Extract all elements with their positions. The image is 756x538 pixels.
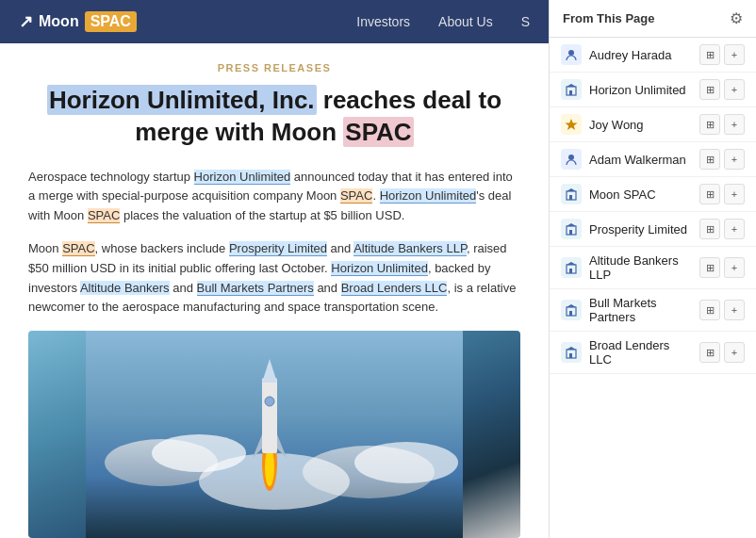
altitude-bankers-add-btn[interactable]: + (724, 257, 745, 278)
altitude-bankers-actions: ⊞ + (699, 257, 745, 278)
article-body-2: Moon SPAC, whose backers include Prosper… (28, 239, 520, 318)
moon-spac-actions: ⊞ + (699, 184, 745, 204)
grid-icon: ⊞ (706, 188, 715, 201)
entity-altitude[interactable]: Altitude Bankers LLP (353, 241, 467, 256)
nav-about[interactable]: About Us (438, 14, 493, 29)
plus-icon: + (731, 154, 737, 165)
joy-wong-grid-btn[interactable]: ⊞ (699, 114, 720, 135)
sidebar-item-moon-spac[interactable]: Moon SPAC ⊞ + (550, 177, 756, 212)
audrey-harada-add-btn[interactable]: + (724, 44, 745, 65)
logo-spac-text: SPAC (85, 11, 137, 32)
moon-spac-add-btn[interactable]: + (724, 184, 745, 204)
bull-markets-actions: ⊞ + (699, 300, 745, 320)
joy-wong-label: Joy Wong (589, 118, 692, 132)
horizon-unlimited-add-btn[interactable]: + (724, 79, 745, 100)
prosperity-limited-grid-btn[interactable]: ⊞ (699, 219, 720, 239)
broad-lenders-icon (561, 342, 582, 363)
adam-walkerman-label: Adam Walkerman (589, 153, 692, 167)
entity-altitude-2[interactable]: Altitude Bankers (80, 281, 170, 295)
entity-bull-markets[interactable]: Bull Markets Partners (197, 281, 314, 296)
svg-marker-21 (567, 188, 576, 191)
svg-rect-8 (262, 378, 277, 453)
sidebar-item-horizon-unlimited[interactable]: Horizon Unlimited ⊞ + (550, 73, 756, 107)
svg-marker-16 (567, 84, 576, 87)
svg-marker-17 (566, 119, 578, 130)
bull-markets-add-btn[interactable]: + (724, 300, 745, 320)
audrey-harada-label: Audrey Harada (589, 48, 692, 62)
moon-spac-grid-btn[interactable]: ⊞ (699, 184, 720, 204)
grid-icon: ⊞ (706, 347, 715, 359)
plus-icon: + (731, 49, 737, 60)
altitude-bankers-grid-btn[interactable]: ⊞ (699, 257, 720, 278)
horizon-unlimited-grid-btn[interactable]: ⊞ (699, 79, 720, 100)
joy-wong-add-btn[interactable]: + (724, 114, 745, 135)
entity-horizon-1[interactable]: Horizon Unlimited (194, 170, 291, 185)
article-area: PRESS RELEASES Horizon Unlimited, Inc. r… (0, 43, 549, 538)
entity-broad-lenders[interactable]: Broad Lenders LLC (341, 281, 448, 296)
grid-icon: ⊞ (706, 262, 715, 274)
horizon-unlimited-label: Horizon Unlimited (589, 83, 692, 97)
broad-lenders-label: Broad Lenders LLC (589, 338, 692, 367)
plus-icon: + (731, 119, 737, 130)
navbar: ↗ Moon SPAC Investors About Us S (0, 0, 549, 43)
broad-lenders-actions: ⊞ + (699, 342, 745, 363)
svg-point-18 (568, 155, 574, 160)
bull-markets-label: Bull Markets Partners (589, 296, 692, 324)
entity-horizon-3[interactable]: Horizon Unlimited (331, 261, 428, 276)
audrey-harada-actions: ⊞ + (699, 44, 745, 65)
sidebar-item-audrey-harada[interactable]: Audrey Harada ⊞ + (550, 38, 756, 73)
altitude-bankers-icon (561, 257, 582, 278)
nav-investors[interactable]: Investors (356, 14, 410, 29)
prosperity-limited-add-btn[interactable]: + (724, 219, 745, 239)
sidebar-item-broad-lenders[interactable]: Broad Lenders LLC ⊞ + (550, 332, 756, 374)
broad-lenders-grid-btn[interactable]: ⊞ (699, 342, 720, 363)
logo-moon-text: Moon (39, 13, 79, 30)
sidebar-item-altitude-bankers[interactable]: Altitude Bankers LLP ⊞ + (550, 247, 756, 289)
svg-marker-33 (567, 347, 576, 350)
horizon-unlimited-actions: ⊞ + (699, 79, 745, 100)
prosperity-limited-actions: ⊞ + (699, 219, 745, 239)
svg-point-12 (265, 397, 274, 406)
svg-rect-32 (569, 353, 572, 358)
broad-lenders-add-btn[interactable]: + (724, 342, 745, 363)
bull-markets-icon (561, 300, 582, 320)
main-content: ↗ Moon SPAC Investors About Us S PRESS R… (0, 0, 549, 538)
sidebar-item-joy-wong[interactable]: Joy Wong ⊞ + (550, 107, 756, 142)
bull-markets-grid-btn[interactable]: ⊞ (699, 300, 720, 320)
adam-walkerman-icon (561, 149, 582, 170)
grid-icon: ⊞ (706, 154, 715, 166)
svg-rect-15 (569, 90, 572, 95)
svg-rect-29 (569, 311, 572, 316)
entity-moon-spac-1[interactable]: SPAC (340, 188, 372, 204)
entity-prosperity[interactable]: Prosperity Limited (229, 241, 327, 256)
audrey-harada-grid-btn[interactable]: ⊞ (699, 44, 720, 65)
entity-moon-spac-2[interactable]: SPAC (88, 208, 120, 223)
sidebar-item-bull-markets[interactable]: Bull Markets Partners ⊞ + (550, 289, 756, 332)
article-body-1: Aerospace technology startup Horizon Unl… (28, 168, 520, 226)
prosperity-limited-icon (561, 219, 582, 239)
svg-marker-27 (567, 262, 576, 265)
sidebar-title: From This Page (563, 11, 655, 25)
entity-horizon-2[interactable]: Horizon Unlimited (380, 188, 477, 204)
joy-wong-icon (561, 114, 582, 135)
plus-icon: + (731, 304, 737, 316)
svg-point-13 (568, 50, 574, 56)
svg-rect-26 (569, 269, 572, 273)
moon-spac-label: Moon SPAC (589, 187, 692, 202)
sidebar-item-adam-walkerman[interactable]: Adam Walkerman ⊞ + (550, 142, 756, 177)
svg-point-4 (354, 442, 458, 483)
entity-moon-spac-3[interactable]: SPAC (62, 241, 94, 256)
svg-marker-30 (567, 304, 576, 307)
adam-walkerman-grid-btn[interactable]: ⊞ (699, 149, 720, 170)
svg-rect-23 (569, 230, 572, 235)
press-release-label: PRESS RELEASES (28, 62, 520, 73)
grid-icon: ⊞ (706, 119, 715, 131)
sidebar-item-prosperity-limited[interactable]: Prosperity Limited ⊞ + (550, 212, 756, 247)
title-highlight-1: Horizon Unlimited, Inc. (47, 85, 317, 115)
nav-s[interactable]: S (521, 14, 530, 29)
logo: ↗ Moon SPAC (19, 11, 137, 32)
adam-walkerman-add-btn[interactable]: + (724, 149, 745, 170)
gear-icon[interactable]: ⚙ (730, 9, 743, 27)
article-image (28, 331, 520, 538)
grid-icon: ⊞ (706, 223, 715, 236)
